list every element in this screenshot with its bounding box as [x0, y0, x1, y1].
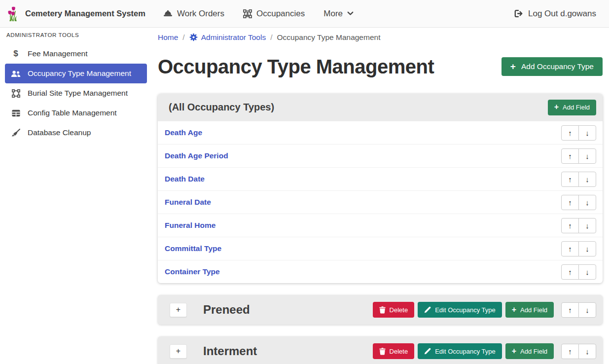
sidebar-item-config-table-management[interactable]: Config Table Management: [5, 103, 147, 123]
reorder-buttons: ↑ ↓: [561, 172, 596, 187]
plus-icon: +: [510, 62, 516, 71]
field-link-death-age-period[interactable]: Death Age Period: [165, 151, 228, 160]
field-link-committal-type[interactable]: Committal Type: [165, 244, 221, 253]
reorder-buttons: ↑ ↓: [561, 195, 596, 210]
move-down-button[interactable]: ↓: [578, 302, 596, 318]
edit-occupancy-type-button[interactable]: Edit Occupancy Type: [418, 302, 502, 318]
move-up-button[interactable]: ↑: [561, 264, 579, 280]
move-down-button[interactable]: ↓: [578, 344, 596, 359]
reorder-buttons: ↑ ↓: [561, 241, 596, 256]
move-up-button[interactable]: ↑: [561, 125, 579, 141]
breadcrumb-admin-tools-label: Administrator Tools: [201, 33, 266, 42]
arrow-down-icon: ↓: [585, 306, 589, 314]
expand-button[interactable]: +: [170, 344, 187, 359]
arrow-down-icon: ↓: [585, 175, 589, 183]
field-link-death-date[interactable]: Death Date: [165, 175, 205, 183]
sidebar-item-burial-site-type-management[interactable]: Burial Site Type Management: [5, 83, 147, 103]
occupancy-frame-icon: [243, 9, 252, 18]
field-row: Death Age Period ↑ ↓: [158, 144, 603, 167]
breadcrumb-admin-tools-link[interactable]: Administrator Tools: [189, 33, 266, 42]
broom-icon: [10, 129, 22, 137]
card-title: (All Occupancy Types): [169, 102, 274, 113]
sidebar-item-fee-management[interactable]: $ Fee Management: [5, 44, 147, 64]
field-row: Death Date ↑ ↓: [158, 167, 603, 190]
arrow-down-icon: ↓: [585, 198, 589, 207]
app-title: Cemetery Management System: [25, 9, 145, 18]
move-up-button[interactable]: ↑: [561, 172, 579, 187]
arrow-up-icon: ↑: [568, 268, 572, 276]
field-link-death-age[interactable]: Death Age: [165, 128, 202, 137]
users-icon: [10, 70, 22, 77]
move-down-button[interactable]: ↓: [578, 195, 596, 210]
section-actions: Delete Edit Occupancy Type + Add Field ↑…: [373, 343, 596, 359]
plus-icon: +: [512, 306, 516, 313]
arrow-up-icon: ↑: [568, 306, 572, 314]
main-content: Home / Administrator Tools / Occupancy T…: [153, 28, 609, 364]
sidebar-item-occupancy-type-management[interactable]: Occupancy Type Management: [5, 64, 147, 83]
arrow-up-icon: ↑: [568, 129, 572, 137]
arrow-up-icon: ↑: [568, 198, 572, 207]
move-down-button[interactable]: ↓: [578, 218, 596, 233]
delete-button[interactable]: Delete: [373, 343, 415, 359]
move-down-button[interactable]: ↓: [578, 264, 596, 280]
plus-icon: +: [554, 104, 559, 110]
logout-label: Log Out d.gowans: [528, 9, 596, 19]
edit-occupancy-type-button[interactable]: Edit Occupancy Type: [418, 343, 502, 359]
nav-item-work-orders[interactable]: Work Orders: [163, 9, 224, 19]
arrow-up-icon: ↑: [568, 221, 572, 230]
field-link-funeral-home[interactable]: Funeral Home: [165, 221, 215, 230]
move-up-button[interactable]: ↑: [561, 195, 579, 210]
add-occupancy-type-button[interactable]: + Add Occupancy Type: [502, 57, 603, 76]
app-brand[interactable]: Cemetery Management System: [7, 6, 145, 22]
arrow-up-icon: ↑: [568, 347, 572, 356]
add-field-button[interactable]: + Add Field: [505, 302, 554, 318]
dollar-icon: $: [10, 49, 22, 59]
sidebar-item-database-cleanup[interactable]: Database Cleanup: [5, 123, 147, 143]
nav-item-label: Occupancies: [256, 9, 305, 19]
delete-button[interactable]: Delete: [373, 302, 415, 318]
occupancy-type-section-interment: + Interment Delete Edi: [158, 336, 603, 364]
move-up-button[interactable]: ↑: [561, 344, 579, 359]
add-field-button[interactable]: + Add Field: [548, 100, 596, 115]
field-row: Funeral Home ↑ ↓: [158, 214, 603, 237]
sidebar-item-label: Occupancy Type Management: [28, 69, 131, 78]
vector-square-icon: [10, 89, 22, 98]
top-navbar: Cemetery Management System Work Orders: [0, 0, 609, 28]
arrow-up-icon: ↑: [568, 245, 572, 253]
move-up-button[interactable]: ↑: [561, 241, 579, 256]
logout-icon: [514, 9, 523, 18]
all-occupancy-types-header: (All Occupancy Types) + Add Field: [158, 94, 603, 121]
field-link-container-type[interactable]: Container Type: [165, 267, 220, 276]
tulip-logo-icon: [7, 6, 20, 22]
breadcrumb: Home / Administrator Tools / Occupancy T…: [158, 32, 603, 42]
move-up-button[interactable]: ↑: [561, 148, 579, 164]
pencil-icon: [424, 348, 431, 355]
nav-item-more[interactable]: More: [323, 9, 354, 19]
nav-item-occupancies[interactable]: Occupancies: [243, 9, 305, 19]
hard-hat-icon: [163, 10, 173, 17]
add-field-button[interactable]: + Add Field: [505, 343, 554, 359]
move-up-button[interactable]: ↑: [561, 302, 579, 318]
section-title: Interment: [203, 344, 257, 358]
sidebar-item-label: Config Table Management: [28, 109, 117, 117]
sidebar-item-label: Database Cleanup: [28, 128, 91, 137]
sidebar-heading: ADMINISTRATOR TOOLS: [0, 32, 153, 38]
arrow-down-icon: ↓: [585, 268, 589, 276]
field-row: Death Age ↑ ↓: [158, 121, 603, 144]
expand-button[interactable]: +: [170, 303, 187, 317]
table-icon: [10, 109, 22, 117]
move-down-button[interactable]: ↓: [578, 148, 596, 164]
arrow-up-icon: ↑: [568, 152, 572, 160]
move-down-button[interactable]: ↓: [578, 125, 596, 141]
logout-button[interactable]: Log Out d.gowans: [514, 9, 596, 19]
section-actions: Delete Edit Occupancy Type + Add Field ↑…: [373, 302, 596, 318]
breadcrumb-separator: /: [182, 33, 184, 42]
sidebar: ADMINISTRATOR TOOLS $ Fee Management Occ…: [0, 28, 153, 364]
field-link-funeral-date[interactable]: Funeral Date: [165, 198, 211, 207]
move-up-button[interactable]: ↑: [561, 218, 579, 233]
move-down-button[interactable]: ↓: [578, 241, 596, 256]
arrow-down-icon: ↓: [585, 347, 589, 356]
trash-icon: [379, 306, 386, 314]
move-down-button[interactable]: ↓: [578, 172, 596, 187]
breadcrumb-home-link[interactable]: Home: [158, 33, 178, 42]
